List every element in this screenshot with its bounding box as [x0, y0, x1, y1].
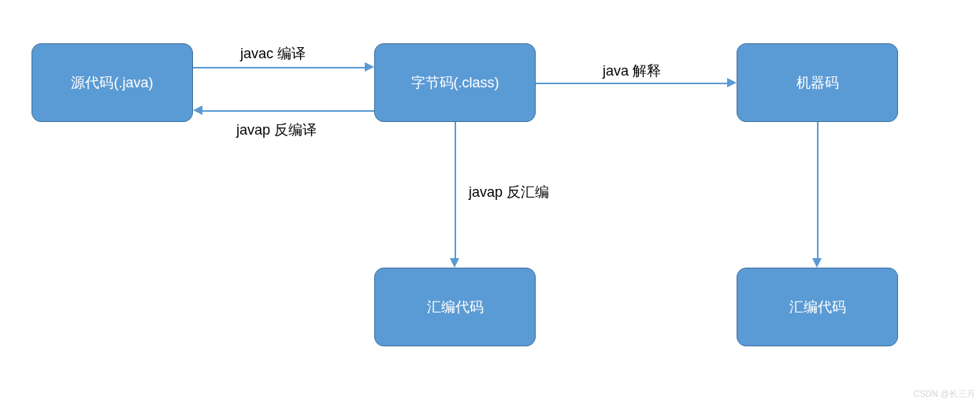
arrow-javap-dis-head: [450, 258, 459, 268]
arrow-machine-asm-head: [812, 258, 822, 268]
node-machine: 机器码: [737, 43, 898, 122]
node-asm1: 汇编代码: [374, 268, 536, 346]
arrow-javac: [193, 67, 365, 68]
label-javap-de: javap 反编译: [236, 120, 317, 139]
arrow-java-int: [536, 83, 727, 84]
arrow-javap-dis: [455, 122, 456, 258]
label-java-int: java 解释: [603, 61, 661, 80]
arrow-machine-asm: [817, 122, 819, 258]
node-source: 源代码(.java): [32, 43, 193, 122]
arrow-java-int-head: [727, 78, 737, 87]
node-bytecode: 字节码(.class): [374, 43, 536, 122]
arrow-javac-head: [365, 62, 374, 72]
watermark: CSDN @长三月: [914, 388, 975, 400]
node-asm2: 汇编代码: [737, 268, 898, 346]
arrow-javap-de-head: [193, 105, 202, 115]
label-javap-dis: javap 反汇编: [469, 183, 549, 202]
arrow-javap-de: [202, 110, 374, 112]
label-javac: javac 编译: [240, 44, 306, 63]
